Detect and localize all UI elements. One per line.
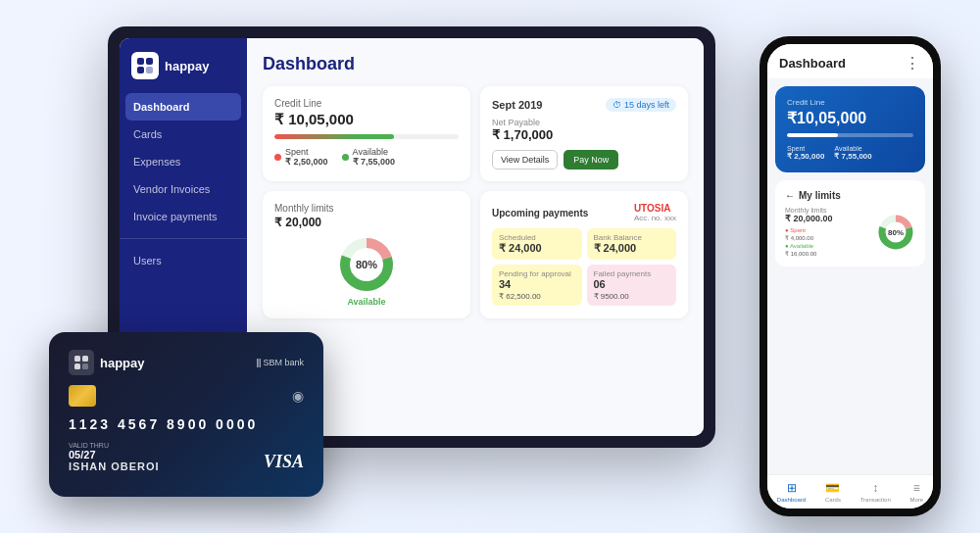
- bank-balance-amount: ₹ 24,000: [594, 242, 670, 255]
- m-spent-label: Spent: [787, 145, 824, 152]
- m-back-icon[interactable]: ←: [785, 190, 795, 201]
- cc-validity: VALID THRU 05/27 ISHAN OBEROI: [69, 442, 160, 472]
- spent-label: Spent: [285, 147, 309, 157]
- mobile-credit-card: Credit Line ₹10,05,000 Spent ₹ 2,50,000 …: [775, 86, 925, 172]
- scheduled-amount: ₹ 24,000: [499, 242, 575, 255]
- cc-expiry: 05/27: [69, 449, 160, 460]
- m-limits-content: Monthly limits ₹ 20,000.00 ● Spent ₹ 4,0…: [785, 207, 915, 257]
- pending-label: Pending for approval: [499, 269, 575, 278]
- svg-rect-7: [74, 356, 80, 362]
- cc-nfc-icon: ◉: [292, 388, 304, 404]
- m-spent-val: ₹ 4,000.00: [785, 234, 868, 241]
- m-donut-label: 80%: [888, 227, 904, 236]
- net-payable-val: ₹ 1,70,000: [492, 127, 676, 142]
- svg-rect-3: [146, 67, 153, 73]
- cc-holder-name: ISHAN OBEROI: [69, 460, 160, 472]
- svg-rect-1: [146, 58, 153, 65]
- month-label: Sept 2019: [492, 99, 542, 111]
- pending-total: ₹ 62,500.00: [499, 292, 575, 301]
- credit-meta: Spent ₹ 2,50,000 Available ₹ 7,55,000: [274, 147, 459, 167]
- credit-line-card: Credit Line ₹ 10,05,000 Spent ₹ 2,50,000: [263, 86, 470, 181]
- available-label: Available: [353, 147, 388, 157]
- sidebar-item-expenses[interactable]: Expenses: [120, 148, 247, 175]
- vendor-info: UTOSIA Acc. no. xxx: [634, 203, 676, 222]
- spent-amount: ₹ 2,50,000: [285, 157, 328, 167]
- m-available-amount: ₹ 7,55,000: [834, 152, 871, 161]
- pay-now-button[interactable]: Pay Now: [564, 150, 618, 170]
- m-nav-dashboard-label: Dashboard: [777, 497, 806, 503]
- failed-item: Failed payments 06 ₹ 9500.00: [587, 265, 677, 306]
- m-available-label: Available: [834, 145, 871, 152]
- scene: happay Dashboard Cards Expenses Vendor I…: [29, 17, 951, 516]
- sidebar-logo-text: happay: [165, 59, 210, 73]
- m-nav-more-label: More: [909, 497, 923, 503]
- sept-card: Sept 2019 ⏱ 15 days left Net Payable ₹ 1…: [480, 86, 688, 181]
- m-nav-dashboard[interactable]: ⊞ Dashboard: [777, 481, 806, 503]
- available-amount: ₹ 7,55,000: [353, 157, 396, 167]
- clock-icon: ⏱: [612, 100, 621, 110]
- sept-card-header: Sept 2019 ⏱ 15 days left: [492, 98, 676, 112]
- days-left-text: 15 days left: [624, 100, 669, 110]
- spent-dot: [274, 154, 281, 161]
- vendor-name: UTOSIA: [634, 203, 676, 214]
- cc-top: happay ||| SBM bank: [69, 350, 304, 375]
- m-monthly-amount: ₹ 20,000.00: [785, 214, 868, 223]
- cc-number: 1123 4567 8900 0000: [69, 416, 304, 432]
- cc-chip-row: ◉: [69, 385, 304, 407]
- mobile-more-icon[interactable]: ⋮: [905, 54, 921, 73]
- svg-rect-9: [74, 363, 80, 369]
- svg-rect-10: [82, 363, 88, 369]
- available-meta: Available ₹ 7,55,000: [342, 147, 396, 167]
- bank-bars-icon: |||: [256, 358, 260, 367]
- credit-progress-bar: [274, 134, 459, 139]
- failed-total: ₹ 9500.00: [594, 292, 670, 301]
- cc-bank-name: ||| SBM bank: [256, 358, 304, 367]
- m-nav-transactions[interactable]: ↕ Transaction: [860, 481, 891, 503]
- sidebar-logo: happay: [120, 52, 247, 93]
- svg-rect-0: [137, 58, 144, 65]
- m-nav-transactions-label: Transaction: [860, 497, 891, 503]
- upcoming-payments-card: Upcoming payments UTOSIA Acc. no. xxx Sc…: [480, 191, 688, 318]
- monthly-limits-amount: ₹ 20,000: [274, 216, 459, 229]
- sidebar-item-dashboard[interactable]: Dashboard: [125, 93, 241, 121]
- svg-rect-2: [137, 67, 144, 73]
- m-nav-more[interactable]: ≡ More: [909, 481, 923, 503]
- days-badge: ⏱ 15 days left: [606, 98, 676, 112]
- view-details-button[interactable]: View Details: [492, 150, 558, 170]
- m-nav-cards[interactable]: 💳 Cards: [825, 481, 841, 503]
- mobile-title: Dashboard: [779, 56, 846, 71]
- m-available-meta: Available ₹ 7,55,000: [834, 145, 871, 161]
- mobile-screen: Dashboard ⋮ Credit Line ₹10,05,000 Spent…: [767, 44, 933, 509]
- scheduled-item: Scheduled ₹ 24,000: [492, 228, 582, 260]
- m-donut-chart: 80%: [876, 213, 915, 252]
- page-title: Dashboard: [263, 54, 688, 74]
- cc-bottom: VALID THRU 05/27 ISHAN OBEROI VISA: [69, 442, 304, 472]
- failed-label: Failed payments: [594, 269, 670, 278]
- m-back-row: ← My limits: [785, 190, 915, 201]
- credit-card: happay ||| SBM bank ◉ 1123 4567 8900 000…: [49, 332, 323, 497]
- m-limits-title: My limits: [799, 190, 841, 201]
- credit-line-amount: ₹ 10,05,000: [274, 111, 459, 128]
- m-transactions-icon: ↕: [872, 481, 878, 495]
- sidebar-item-invoice-payments[interactable]: Invoice payments: [120, 203, 247, 230]
- sidebar-item-users[interactable]: Users: [120, 247, 247, 274]
- sidebar-item-vendor-invoices[interactable]: Vendor Invoices: [120, 175, 247, 203]
- m-cc-meta: Spent ₹ 2,50,000 Available ₹ 7,55,000: [787, 145, 913, 161]
- m-available-legend: ● Available: [785, 243, 868, 249]
- card-actions: View Details Pay Now: [492, 150, 676, 170]
- net-payable-label: Net Payable: [492, 118, 676, 127]
- mobile-nav: ⊞ Dashboard 💳 Cards ↕ Transaction ≡ More: [767, 474, 933, 509]
- happay-logo-icon: [131, 52, 159, 79]
- bank-balance-label: Bank Balance: [594, 233, 670, 242]
- payment-grid: Scheduled ₹ 24,000 Bank Balance ₹ 24,000…: [492, 228, 676, 306]
- sidebar-item-cards[interactable]: Cards: [120, 121, 247, 148]
- scheduled-label: Scheduled: [499, 233, 575, 242]
- pending-item: Pending for approval 34 ₹ 62,500.00: [492, 265, 582, 306]
- cc-logo: happay: [69, 350, 145, 375]
- mobile-limits-section: ← My limits Monthly limits ₹ 20,000.00 ●…: [775, 180, 925, 266]
- acc-label: Acc. no. xxx: [634, 214, 676, 222]
- m-progress-bar: [787, 133, 913, 137]
- cc-valid-label: VALID THRU: [69, 442, 160, 449]
- m-progress-fill: [787, 133, 838, 137]
- cc-chip: [69, 385, 96, 407]
